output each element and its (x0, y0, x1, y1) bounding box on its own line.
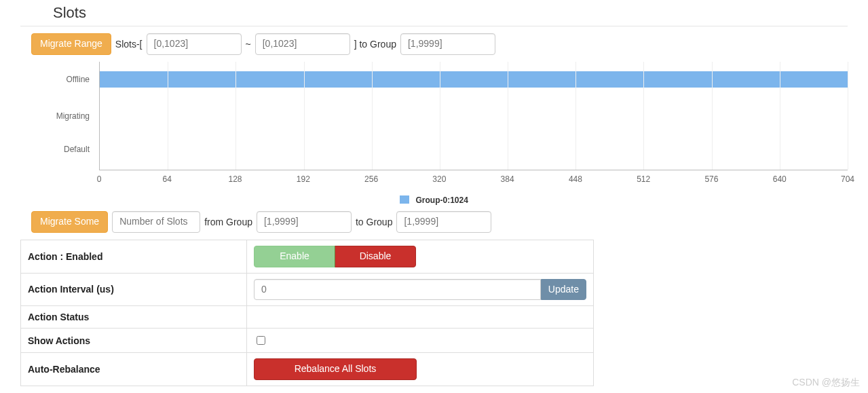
migrate-range-button[interactable]: Migrate Range (31, 33, 111, 55)
migrate-some-row: Migrate Some from Group to Group (31, 211, 848, 233)
x-tick-label: 704 (841, 174, 854, 184)
gridline (304, 62, 305, 170)
x-tick-label: 576 (704, 174, 718, 184)
migrate-range-suffix: ] to Group (354, 39, 396, 50)
y-label-migrating: Migrating (56, 111, 90, 121)
migrate-range-sep: ~ (246, 39, 251, 50)
gridline (508, 62, 508, 170)
legend-swatch (400, 195, 409, 204)
auto-rebalance-label: Auto-Rebalance (21, 353, 247, 386)
to-group-input[interactable] (396, 211, 491, 233)
slot-to-input[interactable] (255, 33, 350, 55)
rebalance-button[interactable]: Rebalance All Slots (254, 358, 417, 380)
update-button[interactable]: Update (541, 279, 586, 301)
from-group-label: from Group (204, 217, 252, 227)
migrate-some-button[interactable]: Migrate Some (31, 211, 108, 233)
interval-input[interactable] (254, 279, 541, 301)
gridline (440, 62, 440, 170)
enable-button[interactable]: Enable (254, 246, 335, 267)
status-value (247, 306, 594, 329)
gridline (575, 62, 576, 170)
x-tick-label: 512 (637, 174, 650, 184)
slot-group-input[interactable] (400, 33, 495, 55)
status-label: Action Status (21, 306, 247, 329)
action-label: Action : Enabled (21, 240, 247, 274)
gridline (712, 62, 713, 170)
show-actions-checkbox[interactable] (257, 336, 265, 345)
from-group-input[interactable] (257, 211, 352, 233)
x-tick-label: 128 (229, 174, 242, 184)
bar-group-0[interactable] (100, 71, 848, 88)
migrate-range-row: Migrate Range Slots-[ ~ ] to Group (31, 33, 848, 55)
migrate-range-prefix: Slots-[ (115, 39, 143, 50)
x-tick-label: 64 (163, 174, 172, 184)
to-group-label: to Group (356, 217, 392, 227)
interval-label: Action Interval (us) (21, 273, 247, 306)
x-tick-label: 448 (569, 174, 582, 184)
watermark: CSDN @悠扬生 (792, 377, 860, 389)
gridline (848, 62, 848, 170)
gridline (372, 62, 373, 170)
section-title: Slots (20, 0, 848, 26)
x-tick-label: 640 (773, 174, 787, 184)
x-tick-label: 256 (364, 174, 378, 184)
gridline (168, 62, 168, 170)
chart-legend: Group-0:1024 (20, 195, 848, 205)
y-label-offline: Offline (67, 75, 90, 84)
config-table: Action : Enabled Enable Disable Action I… (20, 240, 594, 386)
x-tick-label: 192 (297, 174, 310, 184)
disable-button[interactable]: Disable (335, 246, 416, 267)
legend-text: Group-0:1024 (415, 195, 468, 204)
x-tick-label: 320 (432, 174, 446, 184)
x-tick-label: 0 (97, 174, 102, 184)
y-label-default: Default (64, 145, 90, 154)
gridline (780, 62, 780, 170)
gridline (643, 62, 644, 170)
x-tick-label: 384 (501, 174, 514, 184)
slot-chart: Offline Migrating Default 06412819225632… (31, 62, 848, 191)
gridline (235, 62, 236, 170)
show-actions-label: Show Actions (21, 329, 247, 353)
slot-from-input[interactable] (147, 33, 242, 55)
slot-count-input[interactable] (112, 211, 200, 233)
